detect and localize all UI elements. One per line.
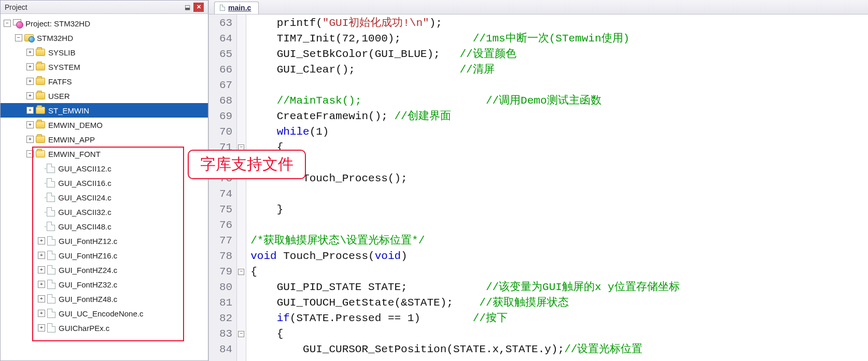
- expander-icon[interactable]: [26, 63, 34, 70]
- file-icon: [47, 164, 55, 173]
- tree-file[interactable]: GUI_FontHZ48.c: [1, 292, 208, 306]
- line-number: 70: [219, 124, 232, 140]
- project-tree[interactable]: Project: STM32HDSTM32HDSYSLIBSYSTEMFATFS…: [1, 14, 208, 360]
- tree-item-label: GUI_ASCII48.c: [58, 222, 111, 231]
- file-icon: [47, 207, 55, 216]
- close-button[interactable]: ✕: [193, 3, 204, 12]
- tree-file[interactable]: GUI_FontHZ12.c: [1, 234, 208, 248]
- tree-item-label: ST_EMWIN: [48, 106, 89, 115]
- code-line[interactable]: [250, 186, 864, 202]
- code-content[interactable]: printf("GUI初始化成功!\n"); TIM7_Init(72,1000…: [246, 15, 868, 361]
- code-line[interactable]: }: [250, 202, 864, 218]
- fold-toggle[interactable]: −: [238, 145, 244, 151]
- expander-icon[interactable]: [26, 78, 34, 85]
- tab-main-c[interactable]: main.c: [214, 2, 259, 14]
- tree-folder-syslib[interactable]: SYSLIB: [1, 45, 208, 60]
- expander-icon[interactable]: [38, 324, 45, 331]
- folder-icon: [36, 136, 45, 143]
- expander-icon[interactable]: [15, 34, 22, 41]
- code-line[interactable]: void Touch_Process(void): [250, 249, 864, 264]
- tree-folder-emwin_font[interactable]: EMWIN_FONT: [1, 147, 208, 161]
- tree-item-label: GUI_FontHZ24.c: [59, 266, 117, 275]
- tree-project[interactable]: STM32HD: [1, 31, 208, 45]
- expander-icon[interactable]: [38, 266, 45, 273]
- folder-icon: [36, 92, 45, 99]
- code-line[interactable]: //MainTask(); //调用Demo测试主函数: [250, 93, 864, 109]
- expander-icon[interactable]: [38, 310, 45, 317]
- tree-file[interactable]: ····GUI_ASCII16.c: [1, 176, 208, 190]
- code-line[interactable]: printf("GUI初始化成功!\n");: [250, 16, 864, 31]
- code-line[interactable]: CreateFramewin(); //创建界面: [250, 109, 864, 124]
- code-line[interactable]: {: [250, 326, 864, 342]
- tree-item-label: GUI_FontHZ16.c: [59, 251, 117, 260]
- tree-root[interactable]: Project: STM32HD: [1, 16, 208, 31]
- file-icon: [47, 193, 55, 202]
- expander-icon[interactable]: [38, 295, 45, 302]
- expander-icon[interactable]: [38, 237, 45, 244]
- line-number: 74: [219, 186, 232, 202]
- folder-icon: [36, 49, 45, 56]
- line-number: 63: [219, 16, 232, 31]
- fold-toggle[interactable]: −: [238, 269, 244, 275]
- panel-title: Project: [5, 3, 181, 11]
- code-line[interactable]: if(STATE.Pressed == 1) //按下: [250, 311, 864, 326]
- code-line[interactable]: /*获取触摸屏状态\设置光标位置*/: [250, 233, 864, 249]
- fold-toggle[interactable]: −: [238, 331, 244, 337]
- file-icon: [47, 178, 55, 187]
- tree-folder-user[interactable]: USER: [1, 89, 208, 103]
- tree-file[interactable]: GUI_UC_EncodeNone.c: [1, 306, 208, 321]
- tree-file[interactable]: GUI_FontHZ32.c: [1, 277, 208, 292]
- code-line[interactable]: [250, 78, 864, 93]
- code-line[interactable]: while(1): [250, 124, 864, 140]
- file-icon: [47, 294, 55, 304]
- code-line[interactable]: TIM7_Init(72,1000); //1ms中断一次(STemwin使用): [250, 31, 864, 47]
- tree-file[interactable]: GUI_FontHZ24.c: [1, 263, 208, 277]
- expander-icon[interactable]: [26, 107, 34, 114]
- expander-icon[interactable]: [26, 150, 34, 157]
- code-line[interactable]: [250, 218, 864, 233]
- expander-icon[interactable]: [26, 121, 34, 128]
- tree-item-label: EMWIN_FONT: [48, 150, 101, 158]
- tree-file[interactable]: ····GUI_ASCII24.c: [1, 190, 208, 205]
- expander-icon[interactable]: [26, 49, 34, 56]
- folder-icon: [36, 150, 45, 157]
- code-line[interactable]: Touch_Process();: [250, 171, 864, 186]
- code-line[interactable]: [250, 155, 864, 171]
- tree-folder-system[interactable]: SYSTEM: [1, 60, 208, 74]
- workspace-icon: [13, 19, 22, 27]
- expander-icon[interactable]: [26, 136, 34, 143]
- file-icon: [47, 323, 55, 333]
- line-number: 66: [219, 62, 232, 78]
- expander-icon[interactable]: [26, 92, 34, 99]
- tab-label: main.c: [228, 4, 251, 12]
- tree-item-label: GUI_ASCII12.c: [58, 164, 111, 173]
- code-line[interactable]: {: [250, 264, 864, 280]
- tree-folder-emwin_app[interactable]: EMWIN_APP: [1, 132, 208, 147]
- code-line[interactable]: GUI_CURSOR_SetPosition(STATE.x,STATE.y);…: [250, 342, 864, 357]
- tree-item-label: FATFS: [48, 77, 72, 86]
- tree-folder-emwin_demo[interactable]: EMWIN_DEMO: [1, 118, 208, 132]
- pin-button[interactable]: ⬓: [182, 3, 192, 12]
- code-line[interactable]: GUI_SetBkColor(GUI_BLUE); //设置颜色: [250, 47, 864, 62]
- tree-file[interactable]: GUI_FontHZ16.c: [1, 248, 208, 263]
- tree-file[interactable]: ····GUI_ASCII48.c: [1, 219, 208, 234]
- code-area[interactable]: 6364656667686970717273747576777879808182…: [209, 15, 868, 361]
- code-line[interactable]: GUI_Clear(); //清屏: [250, 62, 864, 78]
- tree-item-label: USER: [48, 92, 70, 100]
- tree-file[interactable]: ····GUI_ASCII32.c: [1, 205, 208, 219]
- expander-icon[interactable]: [4, 20, 11, 27]
- tree-file[interactable]: GUICharPEx.c: [1, 321, 208, 335]
- code-line[interactable]: GUI_TOUCH_GetState(&STATE); //获取触摸屏状态: [250, 295, 864, 311]
- expander-icon[interactable]: [38, 281, 45, 288]
- tree-connector: ····: [44, 180, 46, 186]
- line-number: 83: [219, 326, 232, 342]
- code-line[interactable]: {: [250, 140, 864, 155]
- code-line[interactable]: GUI_PID_STATE STATE; //该变量为GUI触屏的x y位置存储…: [250, 280, 864, 295]
- expander-icon[interactable]: [38, 252, 45, 259]
- line-number: 78: [219, 249, 232, 264]
- file-icon: [47, 222, 55, 231]
- panel-header: Project ⬓ ✕: [1, 1, 208, 14]
- tree-folder-st_emwin[interactable]: ST_EMWIN: [1, 103, 208, 118]
- tree-file[interactable]: ····GUI_ASCII12.c: [1, 161, 208, 176]
- tree-folder-fatfs[interactable]: FATFS: [1, 74, 208, 89]
